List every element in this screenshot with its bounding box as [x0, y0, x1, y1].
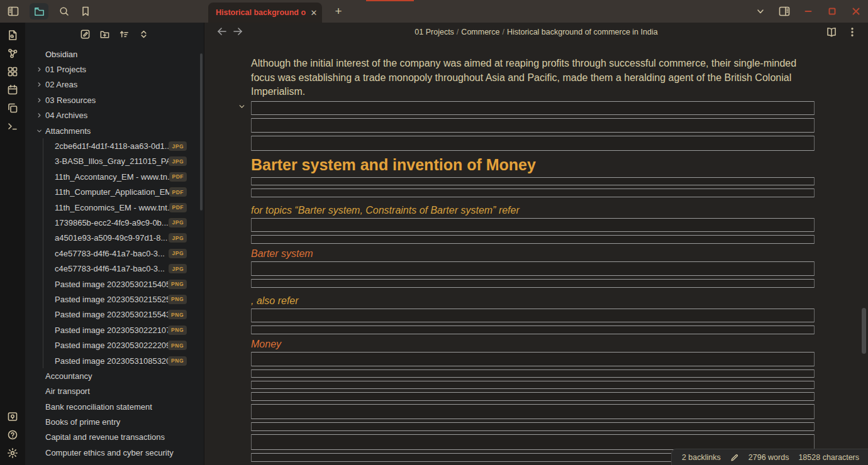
- note-item[interactable]: Computerised accounting: [25, 461, 204, 465]
- explorer-actions: [25, 23, 204, 45]
- pencil-icon[interactable]: [730, 453, 739, 462]
- help-icon[interactable]: [7, 429, 18, 440]
- templates-icon[interactable]: [7, 102, 18, 114]
- sidebar-folder-04-archives[interactable]: 04 Archives: [25, 108, 204, 123]
- word-count: 2796 words: [748, 453, 789, 462]
- panel-left-icon[interactable]: [8, 6, 19, 17]
- new-note-icon[interactable]: [80, 29, 91, 40]
- panel-right-icon[interactable]: [779, 6, 790, 17]
- vault-switcher-icon[interactable]: [7, 411, 18, 422]
- breadcrumb-item[interactable]: Historical background of commerce in Ind…: [507, 28, 658, 36]
- file-type-badge: JPG: [169, 218, 187, 227]
- tab-title: Historical background o...: [208, 8, 306, 17]
- file-item[interactable]: Pasted image 20230530215525PNG: [55, 292, 204, 307]
- tab-historical-background[interactable]: Historical background o... ✕: [208, 3, 322, 23]
- embed-placeholder: [251, 261, 815, 276]
- file-item[interactable]: 1739865b-ecc2-4fc9-a9c9-0b...JPG: [55, 215, 204, 230]
- file-item[interactable]: Pasted image 20230531085320PNG: [55, 353, 204, 368]
- file-item[interactable]: 2cbe6d1f-4d1f-4118-aa63-0d1...JPG: [55, 138, 204, 153]
- note-item[interactable]: Capital and revenue transactions: [25, 430, 204, 445]
- close-icon[interactable]: [850, 6, 862, 17]
- sidebar-folder-03-resources[interactable]: 03 Resources: [25, 92, 204, 107]
- file-name: Pasted image 20230531085320: [55, 356, 168, 366]
- graph-icon[interactable]: [7, 48, 18, 59]
- breadcrumb-item[interactable]: Commerce: [461, 28, 499, 36]
- settings-icon[interactable]: [7, 447, 18, 459]
- file-item[interactable]: c4e57783-d4f6-41a7-bac0-3...JPG: [55, 261, 204, 276]
- daily-note-icon[interactable]: [7, 84, 18, 96]
- file-item[interactable]: Pasted image 20230530222209PNG: [55, 337, 204, 353]
- embed-placeholder: [251, 279, 815, 288]
- tab-close-icon[interactable]: ✕: [306, 8, 322, 18]
- file-item[interactable]: c4e57783-d4f6-41a7-bac0-3...JPG: [55, 246, 204, 261]
- file-item[interactable]: Pasted image 20230530222107PNG: [55, 322, 204, 337]
- embed-placeholder: [251, 404, 815, 419]
- sort-order-icon[interactable]: [119, 29, 130, 40]
- forward-arrow-icon[interactable]: [231, 25, 244, 38]
- file-type-badge: PNG: [168, 310, 187, 319]
- sidebar-scrollbar[interactable]: [200, 53, 203, 211]
- new-tab-button[interactable]: +: [328, 0, 348, 23]
- search-icon[interactable]: [58, 6, 70, 17]
- backlinks-count[interactable]: 2 backlinks: [682, 453, 721, 462]
- embed-group: [251, 101, 815, 151]
- terminal-icon[interactable]: [7, 121, 18, 132]
- note-content: Although the initial interest of the com…: [204, 43, 868, 465]
- file-name: c4e57783-d4f6-41a7-bac0-3...: [55, 264, 165, 273]
- file-item[interactable]: 3-BASB_Illos_Gray_211015_PAR...JPG: [55, 154, 204, 169]
- internal-link[interactable]: Money: [251, 339, 281, 349]
- file-name: 11th_Computer_Application_EM...: [55, 187, 169, 197]
- sidebar-folder-01-projects[interactable]: 01 Projects: [25, 62, 204, 77]
- file-item[interactable]: 11th_Accontancy_EM - www.tn...PDF: [55, 169, 204, 184]
- file-item[interactable]: 11th_Computer_Application_EM...PDF: [55, 185, 204, 200]
- file-item[interactable]: Pasted image 20230530215543PNG: [55, 307, 204, 322]
- maximize-icon[interactable]: [826, 6, 838, 17]
- file-type-badge: JPG: [169, 264, 187, 273]
- file-name: 3-BASB_Illos_Gray_211015_PAR...: [55, 156, 169, 166]
- file-item[interactable]: a4501e93-a509-49c9-97d1-8...JPG: [55, 231, 204, 246]
- embed-group: [251, 218, 815, 244]
- back-arrow-icon[interactable]: [216, 25, 228, 38]
- note-item[interactable]: Computer ethics and cyber security: [25, 445, 204, 460]
- folder-label: Attachments: [45, 126, 91, 136]
- embed-placeholder: [251, 101, 815, 115]
- embed-placeholder: [251, 136, 815, 151]
- note-item[interactable]: Accountancy: [25, 368, 204, 383]
- note-link-line: Barter system: [251, 248, 815, 260]
- folder-label: 04 Archives: [45, 111, 87, 120]
- note-italic-text: for topics “Barter system, Constraints o…: [251, 205, 815, 216]
- canvas-icon[interactable]: [7, 66, 18, 77]
- breadcrumb-item[interactable]: 01 Projects: [415, 28, 454, 36]
- file-name: a4501e93-a509-49c9-97d1-8...: [55, 233, 167, 243]
- file-type-badge: PDF: [169, 187, 187, 197]
- embed-group: [251, 261, 815, 288]
- editor-pane: 01 Projects/Commerce/Historical backgrou…: [204, 23, 868, 465]
- note-item[interactable]: Bank reconciliation statement: [25, 399, 204, 414]
- chevron-down-icon: [36, 128, 43, 134]
- file-explorer-tab-button[interactable]: [30, 3, 48, 19]
- vault-title: Obsidian: [25, 46, 204, 62]
- note-item[interactable]: Air transport: [25, 384, 204, 399]
- file-item[interactable]: Pasted image 20230530215405PNG: [55, 276, 204, 292]
- file-type-badge: PNG: [168, 280, 187, 289]
- minimize-icon[interactable]: [803, 6, 814, 17]
- embed-group: [251, 309, 815, 334]
- open-book-icon[interactable]: [826, 26, 837, 38]
- bookmark-icon[interactable]: [80, 6, 91, 17]
- file-type-badge: PNG: [168, 341, 187, 350]
- more-options-icon[interactable]: [847, 26, 858, 38]
- internal-link[interactable]: Barter system: [251, 248, 313, 259]
- file-item[interactable]: 11th_Economics_EM - www.tnt...PDF: [55, 200, 204, 215]
- editor-scrollbar[interactable]: [862, 308, 866, 354]
- left-ribbon: [0, 23, 25, 465]
- new-folder-icon[interactable]: [99, 29, 110, 40]
- sidebar-folder-attachments[interactable]: Attachments: [25, 123, 204, 138]
- quick-switcher-icon[interactable]: [7, 30, 18, 41]
- fold-chevron-icon[interactable]: [238, 102, 246, 110]
- sidebar-folder-02-areas[interactable]: 02 Areas: [25, 77, 204, 92]
- collapse-all-icon[interactable]: [138, 29, 149, 40]
- file-name: 11th_Accontancy_EM - www.tn...: [55, 172, 169, 182]
- note-item[interactable]: Books of prime entry: [25, 414, 204, 429]
- file-name: 11th_Economics_EM - www.tnt...: [55, 203, 169, 212]
- chevron-down-icon[interactable]: [755, 6, 766, 17]
